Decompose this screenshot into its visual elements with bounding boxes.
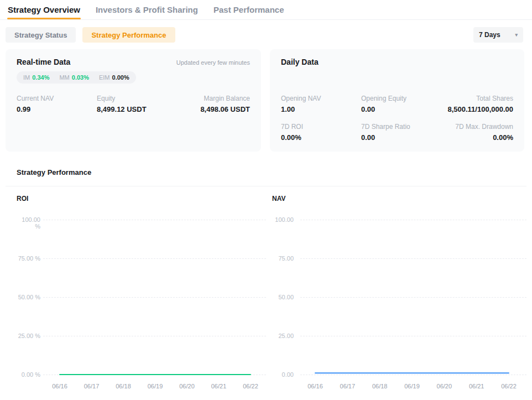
x-axis-label: 06/19 [142,383,169,389]
gridline [43,375,266,375]
stat-opening-equity: Opening Equity0.00 [361,95,447,113]
roi-chart-title: ROI [17,195,28,202]
stat-value: 8,500.11/100,000.00 [447,105,513,113]
daily-card-title: Daily Data [281,58,319,66]
stat-label: 7D Max. Drawdown [455,123,513,131]
stat-value: 0.00% [455,133,513,142]
gridline [300,297,526,298]
x-axis-label: 06/21 [463,383,491,389]
x-axis-label: 06/20 [430,383,458,389]
x-axis-label: 06/22 [237,383,264,389]
x-axis-label: 06/16 [46,383,74,389]
realtime-data-card: Real-time Data Updated every few minutes… [6,49,261,152]
gridline [43,297,266,298]
time-range-select[interactable]: 7 Days ▾ [473,27,523,43]
margin-badges: IM0.34%MM0.03%EIM0.00% [17,71,136,84]
badge-value: 0.03% [72,74,89,81]
stat-value: 1.00 [281,105,361,113]
stat-value: 0.00% [281,133,361,142]
x-axis-label: 06/19 [398,383,426,389]
x-axis-label: 06/17 [333,383,361,389]
tab-strategy-overview[interactable]: Strategy Overview [7,0,81,19]
daily-stats-row-1: Opening NAV1.00Opening Equity0.00Total S… [281,95,513,113]
performance-section-title: Strategy Performance [17,168,532,176]
stat-label: Opening Equity [361,95,447,102]
y-axis-label: 50.00 % [17,294,40,300]
daily-stats-row-2: 7D ROI0.00%7D Sharpe Ratio0.007D Max. Dr… [281,123,513,142]
stat-value: 0.00 [361,105,447,113]
realtime-stats-row: Current NAV0.99Equity8,499.12 USDTMargin… [17,95,250,113]
nav-series-line [272,190,526,396]
margin-badge-eim: EIM0.00% [99,74,129,81]
gridline [43,336,266,336]
badge-value: 0.00% [112,74,129,81]
x-axis-label: 06/16 [301,383,329,389]
badge-label: EIM [99,74,110,81]
stat-value: 8,499.12 USDT [97,105,200,113]
stat-current-nav: Current NAV0.99 [17,95,97,113]
gridline [300,220,526,220]
stat-value: 0.99 [17,105,97,113]
gridline [43,258,266,259]
stat-label: Equity [97,95,200,102]
y-axis-label: 25.00 % [17,333,40,339]
realtime-card-title: Real-time Data [17,58,70,66]
stat-label: Margin Balance [200,95,250,102]
stat-label: 7D Sharpe Ratio [361,123,455,131]
y-axis-label: 25.00 [272,333,294,339]
x-axis-label: 06/18 [109,383,137,389]
tab-past-performance[interactable]: Past Performance [212,0,285,19]
badge-value: 0.34% [32,74,49,81]
stat-margin-balance: Margin Balance8,498.06 USDT [200,95,250,113]
top-tab-bar: Strategy OverviewInvestors & Profit Shar… [0,0,532,20]
updated-note: Updated every few minutes [176,59,250,66]
charts-area: ROI100.00 %75.00 %50.00 %25.00 %0.00 %06… [0,186,532,398]
chevron-down-icon: ▾ [515,33,518,38]
gridline [43,220,266,220]
roi-chart: ROI100.00 %75.00 %50.00 %25.00 %0.00 %06… [17,190,266,396]
y-axis-label: 75.00 % [17,255,40,262]
gridline [300,336,526,336]
margin-badge-mm: MM0.03% [59,74,89,81]
y-axis-label: 0.00 [272,371,294,378]
nav-chart: NAV100.0075.0050.0025.000.0006/1606/1706… [272,190,526,396]
x-axis-label: 06/18 [366,383,394,389]
data-cards-row: Real-time Data Updated every few minutes… [6,49,532,152]
stat-label: 7D ROI [281,123,361,131]
strategy-status-pill[interactable]: Strategy Status [6,27,76,43]
y-axis-label: 0.00 % [17,371,40,378]
gridline [300,375,526,375]
stat-7d-max-drawdown: 7D Max. Drawdown0.00% [455,123,513,142]
stat-total-shares: Total Shares8,500.11/100,000.00 [447,95,513,113]
y-axis-label: 75.00 [272,255,294,262]
time-range-value: 7 Days [479,31,500,39]
y-axis-label: 50.00 [272,294,294,300]
x-axis-label: 06/20 [173,383,201,389]
badge-label: IM [23,74,30,81]
stat-7d-sharpe-ratio: 7D Sharpe Ratio0.00 [361,123,455,142]
x-axis-label: 06/17 [78,383,106,389]
tab-investors-profit-sharing[interactable]: Investors & Profit Sharing [95,0,199,19]
strategy-performance-pill[interactable]: Strategy Performance [82,27,175,43]
stat-label: Current NAV [17,95,97,102]
stat-label: Opening NAV [281,95,361,102]
badge-label: MM [59,74,69,81]
roi-series-line [17,190,266,396]
stat-7d-roi: 7D ROI0.00% [281,123,361,142]
stat-opening-nav: Opening NAV1.00 [281,95,361,113]
stat-equity: Equity8,499.12 USDT [97,95,200,113]
y-axis-label: 100.00 [272,216,294,223]
x-axis-label: 06/22 [495,383,523,389]
x-axis-label: 06/21 [205,383,233,389]
stat-label: Total Shares [447,95,513,102]
nav-chart-title: NAV [272,195,285,202]
daily-data-card: Daily Data Opening NAV1.00Opening Equity… [270,49,524,152]
stat-value: 0.00 [361,133,455,142]
gridline [300,258,526,259]
y-axis-label: 100.00 % [17,216,40,230]
sub-toolbar: Strategy Status Strategy Performance 7 D… [6,27,523,43]
margin-badge-im: IM0.34% [23,74,49,81]
stat-value: 8,498.06 USDT [200,105,250,113]
